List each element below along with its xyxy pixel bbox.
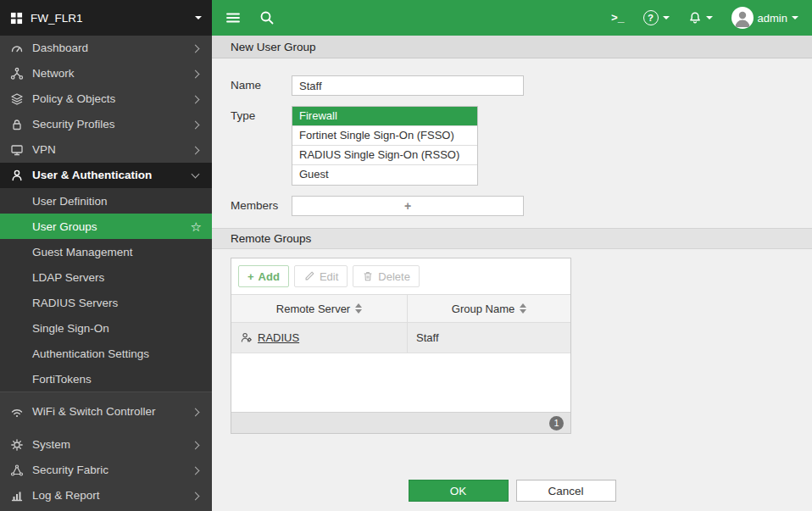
chevron-down-icon [792, 16, 798, 19]
chevron-right-icon [192, 441, 200, 449]
ok-button[interactable]: OK [409, 480, 509, 502]
sidebar-item-network[interactable]: Network [0, 61, 212, 86]
sidebar-item-label: WiFi & Switch Controller [32, 405, 159, 419]
sidebar-item-radius-servers[interactable]: RADIUS Servers [0, 290, 212, 315]
topbar: FW_FLR1 >_ ? [0, 0, 812, 36]
lock-icon [10, 118, 24, 131]
chevron-right-icon [192, 146, 200, 154]
admin-menu[interactable]: admin [731, 7, 798, 29]
column-header-group-name[interactable]: Group Name [408, 295, 570, 322]
sidebar-item-guest-management[interactable]: Guest Management [0, 239, 212, 264]
hamburger-icon [225, 10, 241, 25]
sidebar-item-ldap-servers[interactable]: LDAP Servers [0, 264, 212, 290]
dashboard-icon [10, 42, 24, 55]
sidebar-item-label: Log & Report [32, 489, 184, 503]
sidebar-item-label: Network [32, 67, 184, 81]
submenu-item-label: FortiTokens [32, 373, 92, 386]
menu-toggle-button[interactable] [225, 10, 241, 25]
submenu-item-label: LDAP Servers [32, 271, 104, 284]
sidebar-item-fortitokens[interactable]: FortiTokens [0, 366, 212, 392]
chevron-right-icon [192, 120, 200, 129]
sidebar-item-vpn[interactable]: VPN [0, 137, 212, 163]
remote-groups-section-header: Remote Groups [212, 228, 812, 249]
monitor-icon [10, 143, 24, 157]
remote-groups-panel: +Add Edit Delete [231, 258, 571, 434]
admin-label: admin [758, 12, 787, 25]
page-title-bar: New User Group [212, 36, 812, 58]
help-menu[interactable]: ? [643, 10, 670, 25]
wifi-icon [10, 406, 24, 419]
device-selector[interactable]: FW_FLR1 [0, 0, 212, 36]
plus-icon: + [404, 199, 411, 213]
members-label: Members [231, 196, 292, 212]
bell-icon [688, 11, 702, 25]
search-button[interactable] [259, 10, 275, 25]
edit-button[interactable]: Edit [294, 265, 348, 287]
submenu-item-label: Authentication Settings [32, 347, 149, 360]
name-input[interactable] [292, 75, 524, 96]
table-footer: 1 [231, 412, 570, 433]
table-row[interactable]: RADIUS Staff [231, 323, 570, 353]
user-authentication-submenu: User Definition User Groups ☆ Guest Mana… [0, 188, 212, 392]
sidebar-item-security-fabric[interactable]: Security Fabric [0, 458, 212, 483]
sidebar-item-label: Policy & Objects [32, 92, 184, 106]
type-option-guest[interactable]: Guest [292, 165, 477, 185]
app-body: Dashboard Network Policy & Objects [0, 36, 812, 511]
sidebar-item-security-profiles[interactable]: Security Profiles [0, 112, 212, 137]
chevron-down-icon [663, 16, 670, 19]
main-content: New User Group Name Type Firewall Fortin… [212, 36, 812, 511]
help-icon: ? [643, 10, 659, 25]
column-header-remote-server[interactable]: Remote Server [231, 295, 408, 322]
sidebar-item-log-report[interactable]: Log & Report [0, 483, 212, 508]
submenu-item-label: RADIUS Servers [32, 297, 118, 309]
avatar [731, 7, 754, 29]
chevron-right-icon [192, 492, 200, 500]
user-group-form: Name Type Firewall Fortinet Single Sign-… [212, 58, 812, 216]
members-add-field[interactable]: + [292, 196, 524, 216]
user-gear-icon [240, 331, 253, 344]
fabric-icon [10, 464, 24, 477]
gear-icon [10, 438, 24, 452]
sidebar-item-single-sign-on[interactable]: Single Sign-On [0, 315, 212, 341]
network-icon [10, 67, 24, 81]
sidebar-item-dashboard[interactable]: Dashboard [0, 36, 212, 61]
notifications-menu[interactable] [688, 11, 713, 25]
group-name-cell: Staff [408, 323, 570, 353]
delete-button[interactable]: Delete [353, 265, 420, 287]
members-row: Members + [231, 196, 812, 216]
plus-icon: + [247, 270, 254, 283]
topbar-right: >_ ? admin [212, 0, 812, 36]
pencil-icon [303, 270, 315, 282]
table-header-row: Remote Server Group Name [231, 294, 570, 323]
sidebar-item-authentication-settings[interactable]: Authentication Settings [0, 341, 212, 366]
device-name: FW_FLR1 [31, 12, 83, 25]
add-button[interactable]: +Add [238, 265, 289, 287]
cli-console-button[interactable]: >_ [611, 12, 625, 25]
chevron-right-icon [192, 69, 200, 78]
search-icon [259, 10, 275, 25]
sidebar-item-system[interactable]: System [0, 432, 212, 458]
remote-server-cell: RADIUS [231, 323, 408, 353]
type-option-firewall[interactable]: Firewall [292, 107, 477, 126]
sidebar-item-policy-objects[interactable]: Policy & Objects [0, 86, 212, 112]
sidebar-item-label: Security Fabric [32, 464, 184, 477]
chevron-right-icon [192, 95, 200, 103]
trash-icon [362, 270, 374, 282]
type-option-fsso[interactable]: Fortinet Single Sign-On (FSSO) [292, 126, 477, 146]
submenu-item-label: User Definition [32, 195, 108, 208]
sidebar-item-user-groups[interactable]: User Groups ☆ [0, 214, 212, 239]
type-option-rsso[interactable]: RADIUS Single Sign-On (RSSO) [292, 146, 477, 165]
sidebar-item-wifi-switch-controller[interactable]: WiFi & Switch Controller [0, 392, 212, 432]
sidebar-item-user-authentication[interactable]: User & Authentication [0, 163, 212, 188]
page-title: New User Group [231, 41, 316, 53]
cancel-button[interactable]: Cancel [516, 480, 616, 502]
row-count-badge: 1 [549, 416, 564, 430]
name-label: Name [231, 75, 292, 92]
remote-server-link[interactable]: RADIUS [258, 331, 299, 344]
cli-console-icon: >_ [611, 12, 625, 25]
chevron-down-icon [706, 16, 713, 19]
sidebar-item-label: Security Profiles [32, 118, 184, 131]
sidebar-item-user-definition[interactable]: User Definition [0, 188, 212, 214]
bar-chart-icon [10, 489, 24, 503]
favorite-star-icon[interactable]: ☆ [191, 220, 202, 233]
